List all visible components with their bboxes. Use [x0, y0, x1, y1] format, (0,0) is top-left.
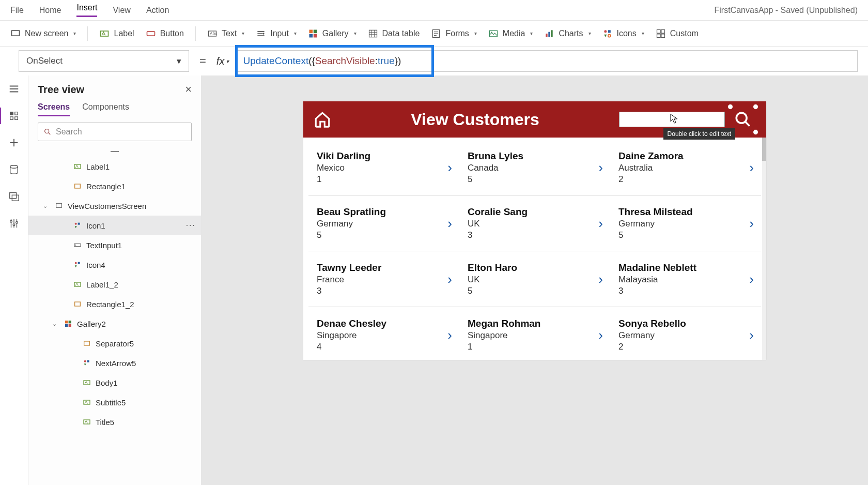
control-type-icon — [73, 280, 82, 289]
customer-country: Malayasia — [618, 275, 753, 285]
charts-icon — [544, 28, 554, 39]
tree-item-separator5[interactable]: Separator5 — [28, 334, 201, 353]
more-icon[interactable]: ··· — [186, 221, 196, 230]
tree-search-input[interactable]: Search — [38, 123, 192, 141]
chevron-down-icon: ▾ — [530, 31, 533, 36]
tree-item-label: Rectangle1_2 — [86, 300, 134, 309]
menu-action[interactable]: Action — [146, 6, 169, 15]
tree-item-nextarrow5[interactable]: NextArrow5 — [28, 353, 201, 373]
customer-number: 5 — [317, 230, 451, 240]
icons-dropdown[interactable]: Icons▾ — [602, 28, 644, 39]
chevron-right-icon[interactable]: › — [749, 215, 754, 231]
tree-item-label1[interactable]: Label1 — [28, 157, 201, 176]
media-dropdown[interactable]: Media▾ — [488, 28, 533, 39]
tree-tabs: Screens Components — [28, 99, 201, 116]
svg-rect-6 — [309, 29, 313, 33]
chevron-right-icon[interactable]: › — [447, 327, 452, 343]
tree-item-body1[interactable]: Body1 — [28, 373, 201, 392]
label-button[interactable]: Label — [99, 28, 134, 39]
tree-item-rectangle1[interactable]: Rectangle1 — [28, 176, 201, 196]
advanced-tools-button[interactable] — [8, 217, 20, 230]
custom-dropdown[interactable]: Custom — [656, 28, 699, 39]
add-button[interactable] — [8, 137, 20, 149]
customer-name: Madaline Neblett — [618, 262, 753, 274]
customer-gallery[interactable]: Viki DarlingMexico1›Bruna LylesCanada5›D… — [303, 138, 766, 360]
home-icon[interactable] — [314, 111, 331, 128]
property-selected: OnSelect — [26, 56, 63, 66]
customer-card[interactable]: Denae ChesleySingapore4› — [308, 307, 459, 360]
media-panel-button[interactable] — [8, 190, 20, 203]
svg-rect-22 — [657, 34, 660, 37]
canvas-screen[interactable]: View Customers Double click to edit text… — [303, 101, 766, 360]
customer-card[interactable]: Viki DarlingMexico1› — [308, 140, 459, 195]
customer-card[interactable]: Madaline NeblettMalayasia3› — [610, 251, 761, 307]
tab-screens[interactable]: Screens — [38, 102, 70, 116]
tree-item-textinput1[interactable]: TextInput1 — [28, 235, 201, 255]
input-dropdown[interactable]: Input▾ — [256, 28, 297, 39]
customer-card[interactable]: Coralie SangUK3› — [459, 195, 610, 251]
customer-card[interactable]: Bruna LylesCanada5› — [459, 140, 610, 195]
customer-card[interactable]: Tawny LeederFrance3› — [308, 251, 459, 307]
selection-handle[interactable] — [753, 129, 758, 135]
svg-rect-47 — [87, 360, 89, 362]
close-icon[interactable]: × — [185, 83, 192, 96]
new-screen-button[interactable]: New screen ▾ — [10, 28, 76, 39]
formula-input[interactable]: UpdateContext({SearchVisible: true}) — [235, 50, 858, 72]
chevron-right-icon[interactable]: › — [749, 271, 754, 287]
scrollbar-thumb[interactable] — [762, 138, 766, 161]
tree-item-gallery2[interactable]: ⌄Gallery2 — [28, 314, 201, 334]
chevron-right-icon[interactable]: › — [447, 215, 452, 231]
chevron-right-icon[interactable]: › — [749, 159, 754, 175]
forms-dropdown[interactable]: Forms▾ — [431, 28, 476, 39]
menu-file[interactable]: File — [10, 6, 24, 15]
tab-components[interactable]: Components — [82, 102, 129, 116]
tree-item-icon1[interactable]: Icon1··· — [28, 216, 201, 235]
selection-handle[interactable] — [727, 104, 733, 110]
data-button[interactable] — [8, 163, 20, 176]
customer-card[interactable]: Megan RohmanSingapore1› — [459, 307, 610, 360]
tree-item-title5[interactable]: Title5 — [28, 412, 201, 432]
gallery-dropdown[interactable]: Gallery▾ — [308, 28, 357, 39]
tree-view-button[interactable] — [8, 110, 20, 122]
formula-text: }) — [395, 55, 401, 67]
customer-number: 5 — [468, 174, 602, 185]
customer-card[interactable]: Sonya RebelloGermany2› — [610, 307, 761, 360]
banner-search-input[interactable] — [619, 112, 725, 127]
tree-item-icon4[interactable]: Icon4 — [28, 255, 201, 275]
selection-handle[interactable] — [753, 104, 758, 110]
data-table-button[interactable]: Data table — [368, 28, 420, 39]
tree-item-label: Subtitle5 — [96, 398, 126, 407]
chevron-right-icon[interactable]: › — [598, 159, 603, 175]
chevron-right-icon[interactable]: › — [598, 215, 603, 231]
tree-item-subtitle5[interactable]: Subtitle5 — [28, 392, 201, 412]
customer-card[interactable]: Elton HaroUK5› — [459, 251, 610, 307]
text-dropdown[interactable]: Abc Text▾ — [207, 28, 244, 39]
customer-number: 3 — [618, 286, 753, 296]
chevron-right-icon[interactable]: › — [598, 327, 603, 343]
label-label: Label — [114, 29, 134, 38]
chevron-right-icon[interactable]: › — [749, 327, 754, 343]
collapse-handle[interactable]: — — [111, 146, 119, 156]
chevron-right-icon[interactable]: › — [598, 271, 603, 287]
property-selector[interactable]: OnSelect ▾ — [19, 50, 189, 72]
tree-item-label1_2[interactable]: Label1_2 — [28, 275, 201, 294]
customer-number: 5 — [618, 230, 753, 240]
hamburger-button[interactable] — [8, 83, 20, 95]
tree-item-label: Icon1 — [86, 221, 105, 230]
customer-country: UK — [468, 275, 602, 285]
customer-card[interactable]: Daine ZamoraAustralia2› — [610, 140, 761, 195]
customer-number: 4 — [317, 342, 451, 352]
fx-button[interactable]: fx ▾ — [216, 55, 229, 67]
menu-home[interactable]: Home — [39, 6, 61, 15]
customer-card[interactable]: Thresa MilsteadGermany5› — [610, 195, 761, 251]
tree-item-viewcustomersscreen[interactable]: ⌄ViewCustomersScreen — [28, 196, 201, 216]
menu-insert[interactable]: Insert — [76, 3, 97, 17]
button-button[interactable]: Button — [146, 28, 184, 39]
chevron-right-icon[interactable]: › — [447, 159, 452, 175]
tree-item-rectangle1_2[interactable]: Rectangle1_2 — [28, 294, 201, 314]
canvas-area[interactable]: View Customers Double click to edit text… — [202, 75, 868, 485]
chevron-right-icon[interactable]: › — [447, 271, 452, 287]
charts-dropdown[interactable]: Charts▾ — [544, 28, 591, 39]
menu-view[interactable]: View — [113, 6, 130, 15]
customer-card[interactable]: Beau SpratlingGermany5› — [308, 195, 459, 251]
